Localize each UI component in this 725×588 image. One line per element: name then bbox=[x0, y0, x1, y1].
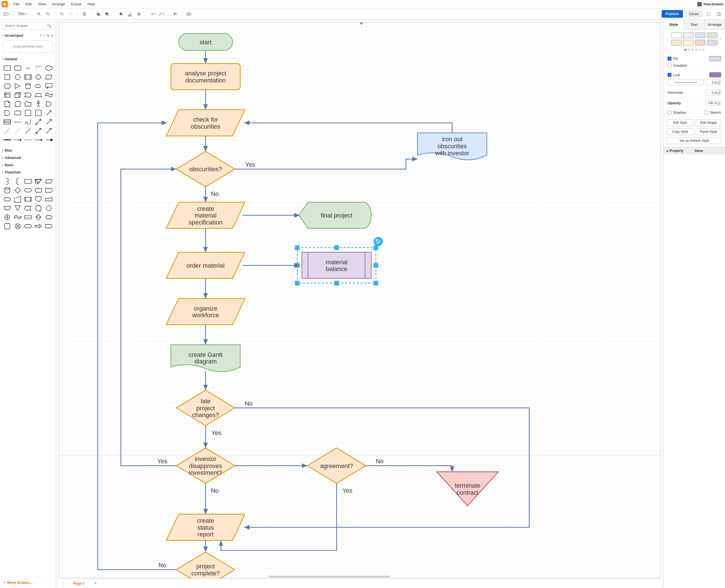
zoom-out-button[interactable] bbox=[44, 10, 52, 18]
shape-rect[interactable] bbox=[3, 64, 12, 72]
fill-color-swatch[interactable] bbox=[709, 56, 721, 61]
fc-terminator[interactable] bbox=[24, 187, 32, 194]
fc-manual-input2[interactable] bbox=[44, 196, 53, 203]
close-icon[interactable]: ✕ bbox=[51, 34, 54, 38]
swatch-prev[interactable]: ‹ bbox=[667, 37, 669, 41]
fc-transfer[interactable] bbox=[44, 223, 53, 230]
to-back-button[interactable] bbox=[103, 10, 111, 18]
connection-button[interactable]: ▾ bbox=[149, 10, 157, 18]
fc-predef[interactable] bbox=[24, 196, 32, 203]
shape-hline3[interactable] bbox=[24, 136, 32, 144]
shape-hline2[interactable] bbox=[13, 136, 22, 144]
shape-diamond[interactable] bbox=[34, 74, 43, 81]
shape-actor[interactable] bbox=[34, 100, 43, 108]
page-tab-1[interactable]: Page-1 bbox=[67, 579, 91, 588]
shape-parallelogram[interactable] bbox=[44, 74, 53, 81]
tab-text[interactable]: Text bbox=[684, 20, 705, 30]
opacity-input[interactable]: 100 % bbox=[705, 100, 721, 106]
copy-style-button[interactable]: Copy Style bbox=[667, 128, 693, 135]
fc-connector[interactable] bbox=[44, 205, 53, 212]
close-button[interactable]: Close bbox=[685, 10, 703, 18]
shape-internal[interactable] bbox=[3, 91, 12, 99]
fc-bracket-r[interactable] bbox=[3, 178, 12, 185]
line-style-select[interactable]: ▾ bbox=[667, 80, 704, 85]
shape-heading[interactable]: Heading──── bbox=[34, 64, 43, 72]
fc-collate[interactable] bbox=[24, 214, 32, 221]
section-basic[interactable]: ▸Basic bbox=[0, 162, 56, 169]
fc-bracket-l[interactable] bbox=[13, 178, 22, 185]
fill-checkbox[interactable]: ✓ bbox=[667, 57, 671, 61]
line-width-input[interactable]: 2 pt bbox=[705, 80, 721, 85]
shape-tape[interactable] bbox=[44, 91, 53, 99]
publish-button[interactable]: Publish bbox=[662, 10, 683, 18]
shape-arrow[interactable] bbox=[44, 118, 53, 126]
shape-bidir2[interactable] bbox=[34, 127, 43, 134]
menu-extras[interactable]: Extras bbox=[68, 1, 84, 7]
style-swatch[interactable] bbox=[695, 33, 706, 38]
fc-process[interactable] bbox=[24, 178, 32, 185]
shape-triangle[interactable] bbox=[13, 82, 22, 90]
shadow-checkbox[interactable] bbox=[667, 111, 671, 114]
delete-button[interactable] bbox=[81, 10, 88, 18]
fill-color-button[interactable] bbox=[117, 10, 125, 18]
shape-curve[interactable] bbox=[24, 118, 32, 126]
tab-arrange[interactable]: Arrange bbox=[705, 20, 725, 30]
edit-icon[interactable]: ✎ bbox=[47, 34, 49, 38]
waypoints-button[interactable]: ▾ bbox=[158, 10, 165, 18]
shape-line[interactable] bbox=[24, 127, 32, 134]
fc-start[interactable] bbox=[24, 223, 32, 230]
style-swatch[interactable] bbox=[683, 33, 693, 38]
fc-db[interactable] bbox=[3, 187, 12, 194]
style-swatch[interactable] bbox=[671, 40, 682, 45]
shape-container[interactable] bbox=[24, 109, 32, 117]
shape-hline5[interactable] bbox=[44, 136, 53, 144]
shape-dashed[interactable] bbox=[3, 127, 12, 134]
shape-hexagon[interactable] bbox=[3, 82, 12, 90]
shape-ellipse[interactable] bbox=[44, 64, 53, 72]
shape-listitem[interactable]: List Item bbox=[13, 118, 22, 126]
fc-offpage[interactable] bbox=[34, 196, 43, 203]
menu-edit[interactable]: Edit bbox=[23, 1, 35, 7]
table-button[interactable]: ▾ bbox=[185, 10, 193, 18]
style-swatch[interactable] bbox=[707, 33, 718, 38]
zoom-select[interactable]: 70% ▾ bbox=[16, 11, 29, 17]
fc-stored[interactable] bbox=[24, 205, 32, 212]
shape-square[interactable] bbox=[3, 74, 12, 81]
shape-trapezoid[interactable] bbox=[34, 91, 43, 99]
page-menu-button[interactable]: ⋮ bbox=[59, 579, 67, 588]
style-swatch[interactable] bbox=[671, 33, 682, 38]
gradient-checkbox[interactable] bbox=[667, 64, 671, 67]
section-general[interactable]: ▾General bbox=[0, 56, 56, 63]
fc-sort[interactable] bbox=[34, 214, 43, 221]
scratchpad-drop[interactable]: Drag elements here bbox=[3, 40, 53, 53]
line-color-button[interactable] bbox=[126, 10, 134, 18]
fc-offpage2[interactable] bbox=[13, 205, 22, 212]
edit-style-button[interactable]: Edit Style bbox=[667, 119, 693, 126]
section-misc[interactable]: ▸Misc bbox=[0, 147, 56, 154]
fc-roundrect[interactable] bbox=[3, 223, 12, 230]
shape-cylinder[interactable] bbox=[24, 82, 32, 90]
fullscreen-button[interactable] bbox=[705, 10, 713, 18]
add-page-button[interactable]: + bbox=[91, 581, 100, 586]
shape-hline1[interactable] bbox=[3, 136, 12, 144]
shape-note[interactable] bbox=[3, 100, 12, 108]
section-flowchart[interactable]: ▾Flowchart bbox=[0, 169, 56, 176]
to-front-button[interactable] bbox=[94, 10, 102, 18]
shape-roundrect[interactable] bbox=[13, 64, 22, 72]
shape-cube[interactable] bbox=[13, 91, 22, 99]
fc-sum[interactable] bbox=[3, 214, 12, 221]
style-swatch[interactable] bbox=[707, 40, 718, 45]
line-checkbox[interactable]: ✓ bbox=[667, 73, 671, 77]
shape-bidir-arrow[interactable] bbox=[34, 118, 43, 126]
shape-cloud[interactable] bbox=[34, 82, 43, 90]
style-swatch[interactable] bbox=[695, 40, 706, 45]
line-color-swatch[interactable] bbox=[709, 72, 721, 77]
shape-dotted[interactable] bbox=[13, 127, 22, 134]
shape-step[interactable] bbox=[24, 91, 32, 99]
fc-punched[interactable] bbox=[13, 214, 22, 221]
shape-circle[interactable] bbox=[13, 74, 22, 81]
help-icon[interactable]: ? bbox=[40, 34, 42, 38]
shape-datastore[interactable] bbox=[13, 109, 22, 117]
perimeter-input[interactable]: 0 pt bbox=[705, 90, 721, 95]
shape-container2[interactable] bbox=[34, 109, 43, 117]
